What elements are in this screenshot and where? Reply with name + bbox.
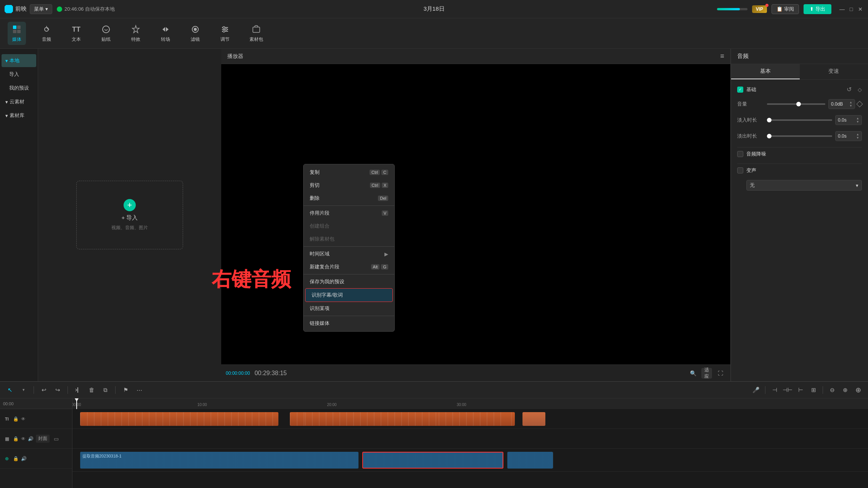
- ctx-recognize-other[interactable]: 识别某项: [304, 302, 394, 315]
- snap-right-button[interactable]: ⊢: [795, 385, 806, 395]
- select-tool-button[interactable]: ↖: [5, 385, 15, 395]
- sidebar-item-cloud[interactable]: ▾ 云素材: [2, 95, 36, 108]
- fadeout-label: 淡出时长: [737, 133, 764, 140]
- ctx-freeze-shortcut: V: [382, 210, 388, 216]
- adjust-icon: [220, 24, 230, 35]
- toolbar-item-transition[interactable]: 转场: [156, 22, 175, 45]
- svg-rect-0: [13, 26, 16, 29]
- vip-badge[interactable]: VIP: [752, 5, 767, 13]
- volume-keyframe[interactable]: [857, 101, 863, 108]
- toolbar-item-media[interactable]: 媒体: [8, 22, 26, 45]
- ctx-recognize-other-label: 识别某项: [310, 305, 330, 312]
- volume-slider[interactable]: [767, 103, 825, 105]
- cover-track-audio-icon[interactable]: 🔊: [28, 436, 34, 441]
- toolbar-item-package[interactable]: 素材包: [246, 22, 267, 45]
- text-icon: TT: [71, 24, 82, 35]
- audio-segment-main[interactable]: 提取音频20230318-1: [80, 452, 358, 469]
- toolbar-item-text[interactable]: TT 文本: [67, 22, 85, 45]
- toolbar-divider-1: [34, 386, 34, 394]
- review-button[interactable]: 📋 审阅: [772, 4, 799, 14]
- sidebar-item-library[interactable]: ▾ 素材库: [2, 109, 36, 122]
- delete-button[interactable]: 🗑: [86, 385, 97, 395]
- add-track-button[interactable]: ⊕: [853, 385, 863, 395]
- toolbar-item-effect[interactable]: 特效: [127, 22, 145, 45]
- timeline-toolbar: ↖ ▾ ↩ ↪ 🗑 ⧉ ⚑ ⋯ 🎤 ⊣ ⊣⊢ ⊢ ⊞ ⊖ ⊕ ⊕: [0, 382, 868, 398]
- player-zoom-icon[interactable]: 🔍: [688, 368, 698, 379]
- svg-point-8: [194, 28, 197, 31]
- ctx-delete-label: 删除: [310, 195, 320, 202]
- basic-checkbox[interactable]: ✓: [737, 87, 743, 93]
- toolbar-divider-2: [68, 386, 68, 394]
- toolbar-item-sticker[interactable]: 贴纸: [97, 22, 115, 45]
- flag-button[interactable]: ⚑: [120, 385, 131, 395]
- ctx-time-region[interactable]: 时间区域 ▶: [304, 247, 394, 260]
- video-segment-4[interactable]: [439, 412, 507, 426]
- maximize-button[interactable]: □: [848, 6, 854, 12]
- ctx-delete[interactable]: 删除 Del: [304, 192, 394, 205]
- snap-left-button[interactable]: ⊣: [769, 385, 780, 395]
- export-button[interactable]: ⬆ 导出: [804, 4, 831, 14]
- trim-button[interactable]: ⊣⊢: [782, 385, 793, 395]
- reset-icon[interactable]: ↺: [847, 86, 852, 93]
- audio-segment-selected[interactable]: [362, 452, 503, 469]
- ctx-save-preset[interactable]: 保存为我的预设: [304, 275, 394, 288]
- package-label: 素材包: [249, 36, 263, 43]
- split-button[interactable]: [72, 385, 83, 395]
- cover-track-eye-icon[interactable]: 👁: [21, 436, 26, 441]
- noise-reduce-checkbox[interactable]: [737, 151, 743, 157]
- audio-segment-right[interactable]: [507, 452, 553, 469]
- redo-button[interactable]: ↪: [52, 385, 63, 395]
- media-label: 媒体: [12, 36, 21, 43]
- diamond-icon[interactable]: ◇: [858, 87, 862, 93]
- audio-track-audio-icon[interactable]: 🔊: [21, 456, 27, 461]
- sidebar-item-my-preset[interactable]: 我的预设: [2, 82, 36, 95]
- toolbar-item-audio[interactable]: 音频: [37, 22, 56, 45]
- text-track-eye-icon[interactable]: 👁: [21, 416, 26, 422]
- center-button[interactable]: ⊞: [808, 385, 819, 395]
- cover-track-film-icon[interactable]: ▭: [52, 435, 60, 443]
- voice-change-row: 变声: [737, 167, 862, 174]
- ctx-recognize-subtitle[interactable]: 识别字幕/歌词: [305, 288, 393, 302]
- minimize-button[interactable]: —: [839, 6, 845, 12]
- zoom-out-button[interactable]: ⊖: [827, 385, 837, 395]
- copy-attr-button[interactable]: ⧉: [100, 385, 111, 395]
- tab-speed[interactable]: 变速: [800, 64, 868, 79]
- sidebar-item-local[interactable]: ▾ 本地: [2, 54, 36, 67]
- more-button[interactable]: ⋯: [134, 385, 145, 395]
- zoom-in-button[interactable]: ⊕: [840, 385, 850, 395]
- fadeout-slider[interactable]: [767, 135, 832, 137]
- toolbar-item-filter[interactable]: 滤镜: [186, 22, 204, 45]
- video-segment-1[interactable]: [80, 412, 278, 426]
- tab-basic[interactable]: 基本: [731, 64, 800, 79]
- sidebar-item-import[interactable]: 导入: [2, 68, 36, 81]
- player-fit-button[interactable]: 适应: [701, 368, 712, 379]
- ctx-freeze[interactable]: 停用片段 V: [304, 207, 394, 220]
- ctx-link-media[interactable]: 链接媒体: [304, 317, 394, 330]
- ctx-copy[interactable]: 复制 Ctrl C: [304, 166, 394, 179]
- transition-label: 转场: [161, 36, 170, 43]
- mic-button[interactable]: 🎤: [751, 385, 761, 395]
- cover-track-lock-icon[interactable]: 🔒: [13, 436, 19, 441]
- player-fullscreen-icon[interactable]: ⛶: [715, 368, 726, 379]
- text-track-lock-icon[interactable]: 🔒: [13, 416, 19, 422]
- undo-button[interactable]: ↩: [39, 385, 49, 395]
- audio-track-lock-icon[interactable]: 🔒: [13, 456, 19, 461]
- svg-point-12: [223, 27, 225, 29]
- voice-change-checkbox[interactable]: [737, 167, 743, 173]
- menu-button[interactable]: 菜单 ▾: [30, 4, 52, 14]
- video-segment-5[interactable]: [522, 412, 545, 426]
- select-dropdown[interactable]: ▾: [18, 385, 29, 395]
- ctx-new-compound[interactable]: 新建复合片段 Alt G: [304, 260, 394, 273]
- fadein-slider[interactable]: [767, 119, 832, 121]
- ctx-time-region-label: 时间区域: [310, 250, 330, 257]
- import-area[interactable]: + + 导入 视频、音频、图片: [76, 181, 183, 249]
- divider2: [737, 164, 862, 164]
- voice-change-dropdown[interactable]: 无 ▾: [746, 180, 862, 191]
- player-menu-icon[interactable]: ≡: [720, 52, 724, 60]
- left-content-area: + + 导入 视频、音频、图片: [38, 49, 221, 381]
- close-button[interactable]: ✕: [857, 6, 863, 12]
- toolbar-item-adjust[interactable]: 调节: [216, 22, 234, 45]
- svg-rect-1: [17, 26, 21, 29]
- ctx-recognize-subtitle-label: 识别字幕/歌词: [312, 292, 343, 299]
- ctx-cut[interactable]: 剪切 Ctrl X: [304, 179, 394, 192]
